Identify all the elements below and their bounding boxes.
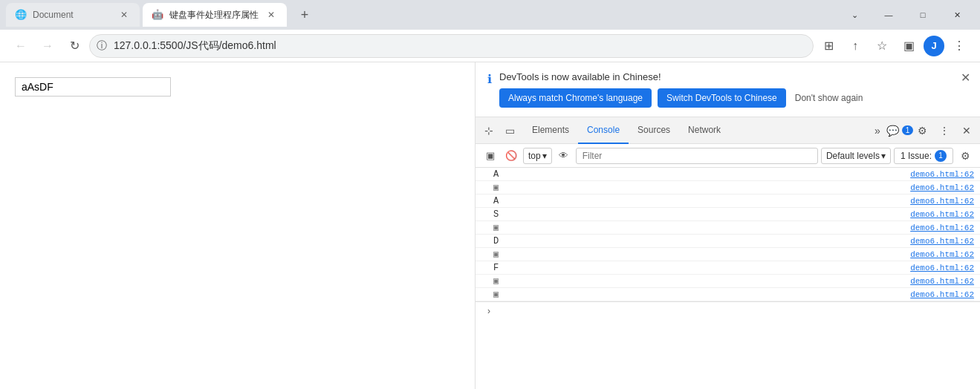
window-dropdown-btn[interactable]: ⌄ xyxy=(837,3,872,27)
console-value: D xyxy=(493,236,910,246)
default-levels-label: Default levels xyxy=(826,151,880,161)
issues-label: 1 Issue: xyxy=(901,151,932,161)
console-value: ▣ xyxy=(493,289,910,300)
tab-network[interactable]: Network xyxy=(679,117,730,144)
page-area: ℹ DevTools is now available in Chinese! … xyxy=(0,62,980,389)
notification-close-button[interactable]: ✕ xyxy=(956,68,974,86)
table-row: ▣ demo6.html:62 xyxy=(476,275,980,288)
table-row: S demo6.html:62 xyxy=(476,208,980,221)
tab-console[interactable]: Console xyxy=(578,117,629,144)
table-row: ▣ demo6.html:62 xyxy=(476,248,980,261)
messages-badge: 1 xyxy=(902,125,914,135)
back-button[interactable]: ← xyxy=(9,34,33,58)
table-row: ▣ demo6.html:62 xyxy=(476,181,980,194)
window-maximize-btn[interactable]: □ xyxy=(906,3,940,27)
devtools-icons: ⊹ ▭ xyxy=(478,120,520,141)
console-source[interactable]: demo6.html:62 xyxy=(910,210,974,219)
bookmark-icon[interactable]: ☆ xyxy=(870,34,894,58)
address-input[interactable] xyxy=(89,34,814,58)
table-row: F demo6.html:62 xyxy=(476,261,980,275)
console-source[interactable]: demo6.html:62 xyxy=(910,183,974,192)
default-levels-selector[interactable]: Default levels ▾ xyxy=(821,148,891,164)
console-source[interactable]: demo6.html:62 xyxy=(910,290,974,299)
console-value: A xyxy=(493,169,910,180)
console-value: ▣ xyxy=(493,222,910,233)
issues-count-badge: 1 xyxy=(935,150,947,162)
table-row: D demo6.html:62 xyxy=(476,235,980,248)
tab-title-1: Document xyxy=(33,10,111,20)
page-content xyxy=(0,62,475,389)
console-filter-input[interactable] xyxy=(576,148,818,164)
console-value: A xyxy=(493,196,910,206)
devtools-tabs: ⊹ ▭ Elements Console Sources Network » 💬… xyxy=(476,117,980,144)
tab-close-2[interactable]: ✕ xyxy=(265,8,278,22)
tab-favicon-1: 🌐 xyxy=(15,9,27,21)
context-chevron: ▾ xyxy=(542,151,547,161)
tab-elements[interactable]: Elements xyxy=(523,117,578,144)
console-source[interactable]: demo6.html:62 xyxy=(910,237,974,246)
window-close-btn[interactable]: ✕ xyxy=(940,3,974,27)
sidebar-toggle-console-icon[interactable]: ▣ xyxy=(481,147,499,165)
devtools-close-icon[interactable]: ✕ xyxy=(956,120,977,141)
console-source[interactable]: demo6.html:62 xyxy=(910,250,974,259)
console-value: ▣ xyxy=(493,275,910,287)
console-source[interactable]: demo6.html:62 xyxy=(910,170,974,179)
window-controls: ⌄ — □ ✕ xyxy=(837,3,974,27)
tab-favicon-2: 🤖 xyxy=(152,9,163,21)
notification-buttons: Always match Chrome's language Switch De… xyxy=(499,88,968,108)
console-output: A demo6.html:62 ▣ demo6.html:62 A demo6.… xyxy=(476,168,980,389)
forward-button[interactable]: → xyxy=(36,34,59,58)
title-bar: 🌐 Document ✕ 🤖 键盘事件处理程序属性 ✕ + ⌄ — □ ✕ xyxy=(0,0,980,30)
console-value: ▣ xyxy=(493,249,910,260)
tab-keyboard[interactable]: 🤖 键盘事件处理程序属性 ✕ xyxy=(143,3,287,27)
share-icon[interactable]: ↑ xyxy=(843,34,867,58)
console-source[interactable]: demo6.html:62 xyxy=(910,264,974,272)
tab-sources[interactable]: Sources xyxy=(629,117,679,144)
window-minimize-btn[interactable]: — xyxy=(872,3,906,27)
tab-title-2: 键盘事件处理程序属性 xyxy=(169,9,259,22)
issues-button[interactable]: 1 Issue: 1 xyxy=(894,148,953,164)
console-value: ▣ xyxy=(493,182,910,193)
notification-message: DevTools is now available in Chinese! xyxy=(499,71,968,82)
context-selector[interactable]: top ▾ xyxy=(523,148,552,164)
console-footer: › xyxy=(476,301,980,319)
settings-gear-icon[interactable]: ⚙ xyxy=(912,120,932,141)
clear-console-icon[interactable]: 🚫 xyxy=(502,147,520,165)
nav-toolbar: ← → ↻ ⓘ ⊞ ↑ ☆ ▣ J ⋮ xyxy=(0,30,980,62)
profile-avatar[interactable]: J xyxy=(924,36,944,56)
table-row: A demo6.html:62 xyxy=(476,194,980,208)
device-icon[interactable]: ▭ xyxy=(499,120,520,141)
more-tabs-button[interactable]: » xyxy=(867,120,888,141)
console-settings-icon[interactable]: ⚙ xyxy=(956,147,974,165)
tab-close-1[interactable]: ✕ xyxy=(117,8,131,22)
console-source[interactable]: demo6.html:62 xyxy=(910,277,974,286)
devtools-kebab-icon[interactable]: ⋮ xyxy=(934,120,955,141)
inspect-icon[interactable]: ⊹ xyxy=(478,120,499,141)
switch-to-chinese-button[interactable]: Switch DevTools to Chinese xyxy=(658,88,786,108)
language-notification: ℹ DevTools is now available in Chinese! … xyxy=(476,62,980,117)
console-value: F xyxy=(493,263,910,273)
devtools-more-tabs: » 💬1 ⚙ ⋮ ✕ xyxy=(867,120,977,141)
match-language-button[interactable]: Always match Chrome's language xyxy=(499,88,652,108)
console-source[interactable]: demo6.html:62 xyxy=(910,197,974,206)
console-source[interactable]: demo6.html:62 xyxy=(910,223,974,232)
menu-icon[interactable]: ⋮ xyxy=(947,34,971,58)
messages-button[interactable]: 💬1 xyxy=(889,120,910,141)
new-tab-button[interactable]: + xyxy=(293,3,317,27)
toolbar-right: ⊞ ↑ ☆ ▣ J ⋮ xyxy=(817,34,971,58)
page-text-input[interactable] xyxy=(15,77,171,97)
table-row: A demo6.html:62 xyxy=(476,168,980,181)
table-row: ▣ demo6.html:62 xyxy=(476,221,980,235)
address-bar-wrapper: ⓘ xyxy=(89,34,814,58)
console-prompt-icon[interactable]: › xyxy=(481,304,496,318)
address-icon: ⓘ xyxy=(97,39,107,53)
console-value: S xyxy=(493,209,910,220)
browser-window: 🌐 Document ✕ 🤖 键盘事件处理程序属性 ✕ + ⌄ — □ ✕ ← … xyxy=(0,0,980,389)
sidebar-toggle-icon[interactable]: ▣ xyxy=(897,34,921,58)
tab-document[interactable]: 🌐 Document ✕ xyxy=(6,3,140,27)
table-row: ▣ demo6.html:62 xyxy=(476,288,980,301)
translate-icon[interactable]: ⊞ xyxy=(817,34,840,58)
dont-show-button[interactable]: Don't show again xyxy=(792,88,866,108)
eye-icon[interactable]: 👁 xyxy=(555,147,573,165)
reload-button[interactable]: ↻ xyxy=(62,34,86,58)
